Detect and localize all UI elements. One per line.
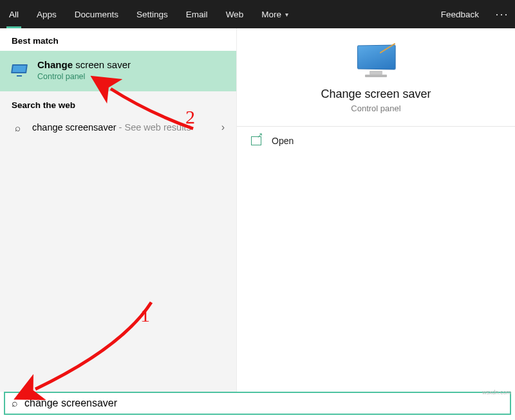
open-icon (251, 136, 261, 145)
search-icon: ⌕ (12, 122, 23, 133)
watermark: wsxdn.com (482, 389, 511, 396)
preview-subtitle: Control panel (237, 104, 515, 113)
best-match-result[interactable]: Change screen saver Control panel (0, 51, 236, 91)
tab-all[interactable]: All (0, 0, 28, 28)
feedback-button[interactable]: Feedback (432, 0, 489, 28)
search-icon: ⌕ (12, 397, 18, 409)
best-match-text: Change screen saver Control panel (37, 59, 131, 82)
preview-pane: Change screen saver Control panel Open (237, 28, 515, 392)
preview-title: Change screen saver (237, 87, 515, 101)
search-filter-tabbar: All Apps Documents Settings Email Web Mo… (0, 0, 515, 28)
search-results-area: Best match Change screen saver Control p… (0, 28, 515, 392)
section-header-search-web: Search the web (0, 91, 236, 115)
open-label: Open (272, 136, 294, 146)
preview-header: Change screen saver Control panel (237, 28, 515, 127)
tab-settings[interactable]: Settings (127, 0, 177, 28)
web-search-suffix: - See web results (117, 122, 191, 132)
web-search-text: change screensaver - See web results (32, 122, 212, 132)
screensaver-icon (12, 64, 28, 77)
tab-apps[interactable]: Apps (28, 0, 66, 28)
tab-web[interactable]: Web (217, 0, 253, 28)
best-match-subtitle: Control panel (37, 71, 131, 82)
ellipsis-icon: ··· (496, 8, 509, 21)
best-match-title-rest: screen saver (73, 59, 131, 70)
web-search-result[interactable]: ⌕ change screensaver - See web results › (0, 115, 236, 140)
tab-documents[interactable]: Documents (66, 0, 127, 28)
tab-more[interactable]: More ▾ (252, 0, 297, 28)
web-search-query: change screensaver (32, 122, 117, 132)
tab-more-label: More (261, 10, 281, 19)
chevron-right-icon: › (221, 122, 225, 133)
tab-email[interactable]: Email (177, 0, 217, 28)
search-bar[interactable]: ⌕ (4, 392, 511, 415)
open-action[interactable]: Open (237, 127, 515, 155)
best-match-title-bold: Change (37, 59, 73, 70)
section-header-best-match: Best match (0, 28, 236, 51)
more-options-button[interactable]: ··· (489, 0, 515, 28)
chevron-down-icon: ▾ (285, 11, 288, 18)
tabbar-spacer (297, 0, 432, 28)
results-list: Best match Change screen saver Control p… (0, 28, 237, 392)
search-input[interactable] (24, 397, 503, 409)
screensaver-large-icon (355, 45, 397, 77)
